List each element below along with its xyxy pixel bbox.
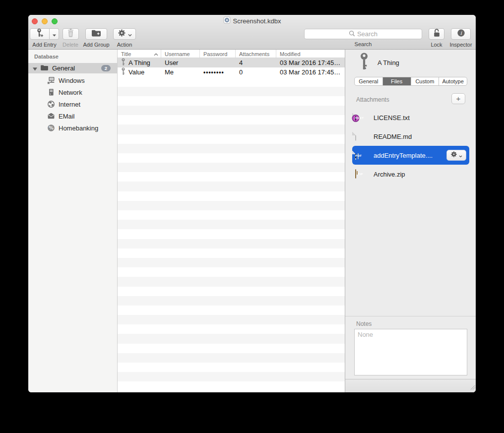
delete-button[interactable] <box>63 28 79 40</box>
search-toolbar-item: Search Search <box>304 28 422 47</box>
empty-table-row <box>118 306 345 315</box>
empty-table-row <box>118 163 345 172</box>
inspector-panel: A Thing General Files Custom Autotype At… <box>345 50 476 392</box>
empty-table-row <box>118 87 345 96</box>
sidebar-item-label: EMail <box>59 113 75 120</box>
chevron-down-icon <box>459 151 462 160</box>
sidebar-section-header: Database <box>34 54 59 60</box>
tab-general[interactable]: General <box>355 77 383 85</box>
main-content: Database General 2 Windows <box>28 50 476 392</box>
folder-plus-icon <box>91 29 101 39</box>
empty-table-row <box>118 239 345 248</box>
action-button[interactable] <box>113 28 136 40</box>
add-entry-label: Add Entry <box>32 42 56 48</box>
sidebar-item-label: Homebanking <box>59 124 98 132</box>
list-item-readme[interactable]: README.md <box>352 127 469 146</box>
empty-table-row <box>118 201 345 210</box>
document-proxy-icon <box>223 16 231 26</box>
divider <box>345 316 476 316</box>
entry-header: A Thing <box>359 53 399 72</box>
empty-table-row <box>118 172 345 182</box>
window-title: Screenshot.kdbx <box>233 17 281 25</box>
inspector-button[interactable]: i <box>451 28 471 40</box>
search-placeholder: Search <box>357 30 378 38</box>
sidebar-item-network[interactable]: Network <box>28 86 117 98</box>
disclosure-triangle-icon[interactable] <box>33 64 37 73</box>
column-header-username[interactable]: Username <box>161 50 200 58</box>
column-header-password[interactable]: Password <box>200 50 236 58</box>
computer-network-icon <box>47 76 55 84</box>
tab-custom[interactable]: Custom <box>411 77 440 85</box>
list-item-license[interactable]: TEXT LICENSE.txt <box>352 108 469 127</box>
empty-table-row <box>118 353 345 363</box>
sidebar-item-label: Windows <box>59 77 85 84</box>
globe-icon <box>47 100 55 108</box>
action-toolbar-item: Action <box>111 28 138 48</box>
delete-label: Delete <box>63 42 78 48</box>
add-group-button[interactable] <box>85 28 107 40</box>
sort-ascending-icon <box>154 51 158 57</box>
empty-table-row <box>118 182 345 191</box>
lock-label: Lock <box>431 42 442 48</box>
empty-table-row <box>118 124 345 134</box>
empty-table-row <box>118 372 345 381</box>
add-group-toolbar-item: Add Group <box>81 28 111 48</box>
list-item-archive[interactable]: ZIP Archive.zip <box>352 165 469 184</box>
list-item-addentrytemplate[interactable]: PDF addEntryTemplate.... <box>352 146 469 165</box>
sidebar-item-windows[interactable]: Windows <box>28 74 117 86</box>
entry-count-badge: 2 <box>101 65 111 71</box>
delete-toolbar-item: Delete <box>59 28 82 48</box>
tab-files[interactable]: Files <box>383 77 411 85</box>
empty-table-row <box>118 210 345 220</box>
column-header-attachments[interactable]: Attachments <box>236 50 276 58</box>
empty-table-row <box>118 134 345 144</box>
empty-table-row <box>118 363 345 372</box>
search-input[interactable]: Search <box>304 29 422 39</box>
attachment-action-button[interactable] <box>446 150 466 161</box>
document-file-icon <box>355 132 369 141</box>
key-icon <box>121 58 126 67</box>
notes-input[interactable] <box>354 329 467 375</box>
empty-table-row <box>118 144 345 153</box>
resize-grip[interactable] <box>470 383 475 392</box>
title-area: Screenshot.kdbx <box>28 15 476 27</box>
folder-icon <box>40 64 49 73</box>
envelope-icon <box>47 112 55 120</box>
table-row-a-thing[interactable]: A Thing User 4 03 Mar 2016 17:45… <box>118 58 345 67</box>
add-attachment-button[interactable]: + <box>451 93 465 104</box>
sidebar-item-homebanking[interactable]: % Homebanking <box>28 122 117 134</box>
table-body: A Thing User 4 03 Mar 2016 17:45… Value <box>118 58 345 392</box>
empty-table-row <box>118 344 345 353</box>
add-group-label: Add Group <box>83 42 109 48</box>
add-entry-toolbar-item: Add Entry <box>30 28 59 48</box>
column-header-title[interactable]: Title <box>118 50 161 58</box>
add-entry-button[interactable] <box>30 28 50 40</box>
chevron-down-icon <box>128 30 132 39</box>
key-plus-icon <box>36 28 44 40</box>
empty-table-row <box>118 229 345 239</box>
table-row-value[interactable]: Value Me •••••••• 0 03 Mar 2016 17:45… <box>118 67 345 77</box>
empty-table-row <box>118 267 345 277</box>
trash-icon <box>66 28 75 40</box>
empty-table-row <box>118 334 345 343</box>
sidebar-group-general[interactable]: General 2 <box>28 63 117 73</box>
column-header-modified[interactable]: Modified <box>276 50 345 58</box>
empty-table-row <box>118 115 345 124</box>
key-icon <box>121 67 126 77</box>
pdf-file-icon: PDF <box>355 151 369 160</box>
empty-table-row <box>118 153 345 163</box>
sidebar-item-email[interactable]: EMail <box>28 110 117 122</box>
lock-button[interactable] <box>429 28 444 40</box>
titlebar[interactable]: Screenshot.kdbx <box>28 15 476 27</box>
empty-table-row <box>118 77 345 86</box>
action-label: Action <box>117 42 132 48</box>
search-icon <box>349 30 355 39</box>
tab-autotype[interactable]: Autotype <box>439 77 467 85</box>
sidebar-group-label: General <box>52 64 101 72</box>
attachment-list: TEXT LICENSE.txt README.md PDF <box>352 108 469 184</box>
entry-title: A Thing <box>378 59 399 66</box>
empty-table-row <box>118 248 345 258</box>
sidebar-item-internet[interactable]: Internet <box>28 98 117 110</box>
empty-table-row <box>118 296 345 306</box>
add-entry-dropdown-button[interactable] <box>50 28 59 40</box>
